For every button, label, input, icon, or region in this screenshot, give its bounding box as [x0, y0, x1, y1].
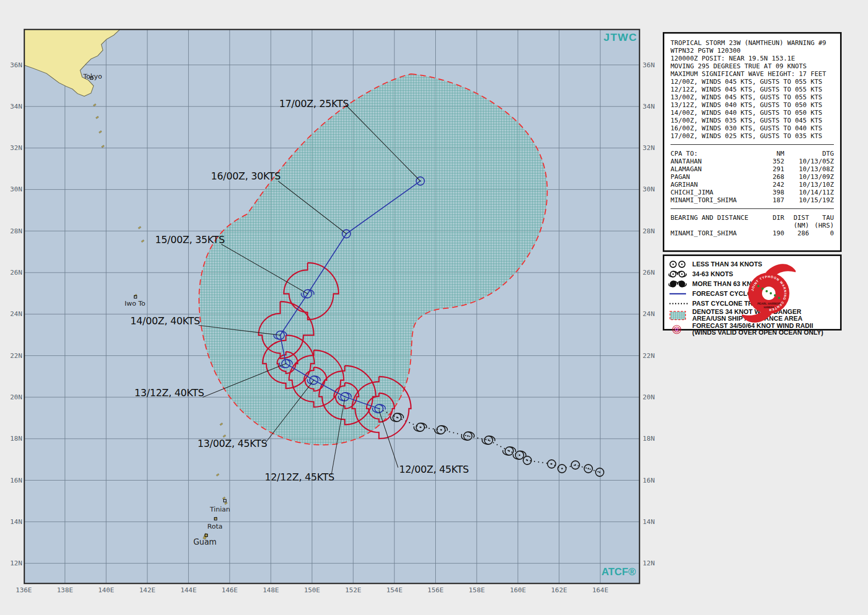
bearing-row: MINAMI_TORI_SHIMA 190 286 0: [671, 229, 834, 237]
forecast-point-label: 16/00Z, 30KTS: [211, 170, 281, 182]
lon-label: 142E: [139, 586, 155, 594]
lon-label: 150E: [304, 586, 320, 594]
forecast-point-label: 14/00Z, 40KTS: [130, 315, 200, 326]
bearing-unit-hrs: (HRS): [809, 221, 834, 229]
place-label: Iwo To: [125, 299, 145, 307]
cyclone-symbol-weak: [679, 261, 685, 267]
jtwc-warning-graphic: TokyoIwo ToTinianRotaGuam17/00Z, 25KTS16…: [0, 0, 868, 615]
lon-label: 160E: [510, 586, 526, 594]
bearing-col-dir: DIR: [764, 214, 784, 221]
bearing-header: BEARING AND DISTANCE DIR DIST TAU: [671, 214, 834, 221]
legend: LESS THAN 34 KNOTS34-63 KNOTSMORE THAN 6…: [663, 254, 842, 331]
lon-label: 140E: [98, 586, 114, 594]
past-track-line-icon: [668, 299, 692, 308]
forecast-point-label: 13/00Z, 45KTS: [197, 438, 267, 449]
lat-label-left: 24N: [10, 310, 22, 318]
warning-line: 13/12Z, WINDS 040 KTS, GUSTS TO 050 KTS: [671, 101, 834, 109]
warning-text-block: TROPICAL STORM 23W (NAMTHEUN) WARNING #9…: [671, 39, 834, 140]
lon-label: 144E: [180, 586, 196, 594]
bearing-row-tau: 0: [809, 229, 834, 237]
lat-label-right: 22N: [643, 352, 654, 359]
cyclone-symbol: [669, 281, 678, 287]
forecast-point-label: 13/12Z, 40KTS: [134, 387, 204, 398]
lon-label: 164E: [592, 586, 608, 594]
jtwc-logo-art: JOINT TYPHOON WARNING CENTERPEARL HARBOR…: [742, 264, 796, 322]
lat-label-right: 30N: [643, 185, 654, 193]
cpa-table: CPA TO: NM DTG ANATAHAN35210/13/05ZALAMA…: [671, 149, 834, 204]
forecast-point-label: 12/12Z, 45KTS: [265, 471, 334, 483]
lat-label-left: 12N: [10, 559, 22, 567]
lat-label-right: 16N: [643, 476, 654, 484]
warning-line: TROPICAL STORM 23W (NAMTHEUN) WARNING #9: [671, 39, 834, 47]
cyclone-symbol-weak: [670, 261, 676, 267]
forecast-point-label: 12/00Z, 45KTS: [399, 463, 469, 475]
lon-label: 156E: [428, 586, 444, 594]
lon-label: 148E: [263, 586, 279, 594]
lat-label-right: 26N: [643, 268, 654, 276]
bearing-row-name: MINAMI_TORI_SHIMA: [671, 229, 764, 237]
forecast-point-label: 17/00Z, 25KTS: [279, 98, 349, 109]
cpa-header-label: CPA TO:: [671, 149, 760, 157]
cyclone-symbol: [678, 272, 687, 277]
warning-line: 12/12Z, WINDS 045 KTS, GUSTS TO 055 KTS: [671, 85, 834, 93]
warning-line: 17/00Z, WINDS 025 KTS, GUSTS TO 035 KTS: [671, 132, 834, 140]
lat-label-left: 14N: [10, 518, 22, 526]
jtwc-logo: JOINT TYPHOON WARNING CENTERPEARL HARBOR…: [742, 257, 796, 329]
lat-label-left: 28N: [10, 227, 22, 235]
lat-label-left: 30N: [10, 185, 22, 193]
warning-panel: TROPICAL STORM 23W (NAMTHEUN) WARNING #9…: [663, 32, 842, 252]
place-label: Tinian: [209, 505, 230, 513]
lat-label-right: 28N: [643, 227, 654, 235]
wind-radii-rings-icon: [668, 325, 692, 334]
lon-label: 152E: [345, 586, 361, 594]
cpa-rows: ANATAHAN35210/13/05ZALAMAGAN29110/13/08Z…: [671, 157, 834, 204]
lat-label-right: 34N: [643, 102, 654, 110]
warning-line: MOVING 295 DEGREES TRUE AT 09 KNOTS: [671, 62, 834, 70]
warning-line: WTPN32 PGTW 120300: [671, 47, 834, 54]
warning-line: 15/00Z, WINDS 035 KTS, GUSTS TO 045 KTS: [671, 116, 834, 124]
symbol-lt34-icon: [668, 260, 692, 269]
warning-line: 12/00Z, WINDS 045 KTS, GUSTS TO 055 KTS: [671, 78, 834, 85]
place-label: Rota: [207, 522, 222, 530]
lon-label: 136E: [16, 586, 32, 594]
lat-label-left: 32N: [10, 144, 22, 152]
lat-label-right: 36N: [643, 61, 654, 69]
bearing-col-tau: TAU: [809, 214, 834, 221]
cpa-row: ANATAHAN35210/13/05Z: [671, 157, 834, 165]
cyclone-symbol: [669, 272, 678, 277]
lon-label: 162E: [551, 586, 567, 594]
symbol-gt63-icon: [668, 279, 692, 289]
cpa-header-nm: NM: [760, 149, 784, 157]
lat-label-left: 20N: [10, 393, 22, 401]
cyclone-symbol: [678, 281, 687, 287]
lat-label-left: 16N: [10, 476, 22, 484]
cpa-row: MINAMI_TORI_SHIMA18710/15/19Z: [671, 196, 834, 204]
lat-label-right: 12N: [643, 559, 654, 567]
cpa-row: ALAMAGAN29110/13/08Z: [671, 165, 834, 173]
lat-label-left: 18N: [10, 434, 22, 442]
lon-label: 154E: [386, 586, 402, 594]
bearing-table: BEARING AND DISTANCE DIR DIST TAU (NM) (…: [671, 214, 834, 237]
lat-label-right: 18N: [643, 434, 654, 442]
lat-label-right: 24N: [643, 310, 654, 318]
lon-label: 158E: [468, 586, 484, 594]
bearing-row-dir: 190: [764, 229, 784, 237]
cpa-row: PAGAN26810/13/09Z: [671, 173, 834, 181]
legend-label: 34-63 KNOTS: [692, 271, 733, 278]
lat-label-left: 36N: [10, 61, 22, 69]
lat-label-right: 20N: [643, 393, 654, 401]
forecast-point-label: 15/00Z, 35KTS: [155, 234, 225, 245]
bearing-units: (NM) (HRS): [671, 221, 834, 229]
bearing-row-dist: 286: [784, 229, 809, 237]
divider: [671, 208, 834, 209]
danger-area-swatch-icon: [668, 311, 692, 320]
jtwc-watermark: JTWC: [604, 31, 638, 43]
cpa-row: CHICHI_JIMA39810/14/11Z: [671, 188, 834, 196]
cpa-header: CPA TO: NM DTG: [671, 149, 834, 157]
lon-label: 146E: [222, 586, 238, 594]
cpa-row: AGRIHAN24210/13/10Z: [671, 181, 834, 188]
place-label: Guam: [193, 537, 217, 547]
symbol-34-63-icon: [668, 269, 692, 279]
cpa-header-dtg: DTG: [784, 149, 834, 157]
warning-line: 13/00Z, WINDS 045 KTS, GUSTS TO 055 KTS: [671, 93, 834, 101]
